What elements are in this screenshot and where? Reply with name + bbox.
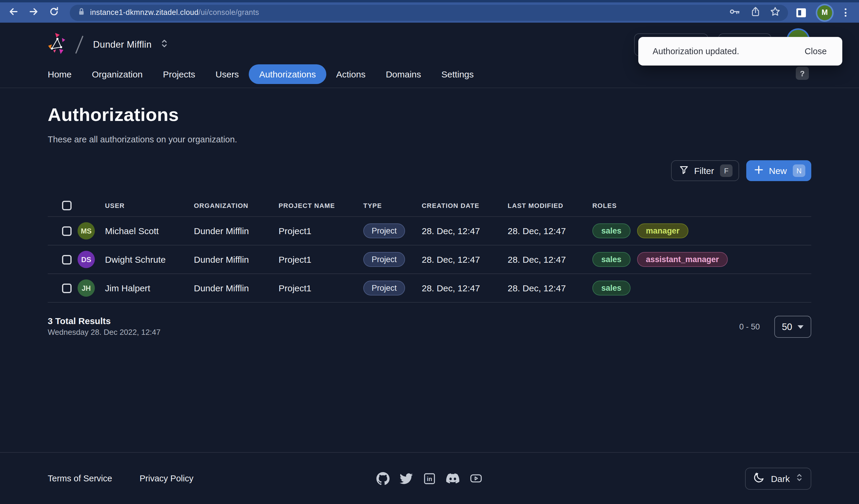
- user-name: Dwight Schrute: [105, 254, 194, 265]
- org-switcher-icon[interactable]: [151, 39, 168, 51]
- back-icon[interactable]: [8, 6, 18, 19]
- organization-name: Dunder Mifflin: [194, 226, 278, 236]
- page-range: 0 - 50: [739, 322, 760, 331]
- role-badge[interactable]: manager: [637, 223, 689, 238]
- type-badge: Project: [363, 223, 405, 238]
- tab-domains[interactable]: Domains: [376, 64, 431, 84]
- row-checkbox[interactable]: [62, 226, 72, 236]
- organization-name: Dunder Mifflin: [194, 283, 278, 293]
- project-name: Project1: [278, 283, 363, 293]
- user-name: Jim Halpert: [105, 283, 194, 293]
- column-organization: ORGANIZATION: [194, 202, 278, 209]
- row-checkbox[interactable]: [62, 283, 72, 293]
- browser-menu-icon[interactable]: [843, 7, 848, 18]
- key-icon[interactable]: [729, 7, 741, 18]
- toast-message: Authorization updated.: [652, 46, 739, 56]
- privacy-policy-link[interactable]: Privacy Policy: [140, 474, 194, 483]
- table-row[interactable]: DS Dwight Schrute Dunder Mifflin Project…: [48, 246, 811, 274]
- role-badge[interactable]: assistant_manager: [637, 252, 728, 267]
- role-badge[interactable]: sales: [592, 252, 631, 267]
- breadcrumb-separator: [75, 36, 84, 54]
- organization-name: Dunder Mifflin: [194, 254, 278, 265]
- pagination: 0 - 50 50: [739, 316, 811, 338]
- console-app: M Authorization updated. Close: [0, 22, 859, 504]
- total-results: 3 Total Results: [48, 316, 161, 326]
- browser-profile-avatar[interactable]: M: [817, 5, 832, 20]
- role-badge[interactable]: sales: [592, 281, 631, 296]
- screen: instance1-dkmnzw.zitadel.cloud/ui/consol…: [0, 0, 859, 504]
- table-row[interactable]: MS Michael Scott Dunder Mifflin Project1…: [48, 217, 811, 246]
- youtube-icon[interactable]: [469, 472, 483, 485]
- type-badge: Project: [363, 281, 405, 296]
- avatar: JH: [78, 279, 95, 297]
- address-bar[interactable]: instance1-dkmnzw.zitadel.cloud/ui/consol…: [70, 4, 788, 20]
- avatar: MS: [78, 222, 95, 239]
- new-label: New: [769, 166, 787, 176]
- tab-organization[interactable]: Organization: [82, 64, 153, 84]
- share-icon[interactable]: [751, 6, 760, 19]
- last-modified: 28. Dec, 12:47: [508, 226, 592, 236]
- plus-icon: [755, 166, 763, 176]
- theme-switcher-icon: [796, 473, 803, 484]
- creation-date: 28. Dec, 12:47: [422, 226, 508, 236]
- last-modified: 28. Dec, 12:47: [508, 254, 592, 265]
- new-shortcut-badge: N: [793, 164, 805, 177]
- page-title: Authorizations: [48, 104, 811, 126]
- main-nav: Home Organization Projects Users Authori…: [37, 64, 811, 84]
- main-content: Authorizations These are all authorizati…: [0, 88, 859, 338]
- table-row[interactable]: JH Jim Halpert Dunder Mifflin Project1 P…: [48, 274, 811, 303]
- page-description: These are all authorizations on your org…: [48, 135, 811, 144]
- tab-projects[interactable]: Projects: [153, 64, 205, 84]
- theme-label: Dark: [771, 473, 790, 484]
- org-name[interactable]: Dunder Mifflin: [93, 39, 151, 50]
- linkedin-icon[interactable]: in: [423, 472, 436, 485]
- filter-label: Filter: [694, 166, 714, 176]
- column-roles: ROLES: [592, 202, 811, 209]
- url-text: instance1-dkmnzw.zitadel.cloud/ui/consol…: [90, 8, 259, 17]
- creation-date: 28. Dec, 12:47: [422, 283, 508, 293]
- tab-actions[interactable]: Actions: [326, 64, 376, 84]
- svg-text:in: in: [427, 475, 432, 482]
- page-size-select[interactable]: 50: [774, 316, 812, 338]
- bookmark-star-icon[interactable]: [770, 6, 780, 19]
- theme-selector[interactable]: Dark: [745, 467, 811, 489]
- tab-authorizations[interactable]: Authorizations: [249, 64, 326, 84]
- column-last-modified: LAST MODIFIED: [508, 202, 592, 209]
- column-type: TYPE: [363, 202, 422, 209]
- zitadel-logo-icon[interactable]: [48, 32, 68, 57]
- column-user: USER: [105, 202, 194, 209]
- tab-home[interactable]: Home: [37, 64, 82, 84]
- type-badge: Project: [363, 252, 405, 267]
- side-panel-icon[interactable]: [796, 8, 806, 17]
- tab-users[interactable]: Users: [206, 64, 249, 84]
- new-button[interactable]: New N: [746, 160, 811, 181]
- github-icon[interactable]: [376, 472, 390, 485]
- select-all-checkbox[interactable]: [62, 201, 72, 210]
- creation-date: 28. Dec, 12:47: [422, 254, 508, 265]
- column-project-name: PROJECT NAME: [278, 202, 363, 209]
- browser-chrome: instance1-dkmnzw.zitadel.cloud/ui/consol…: [0, 0, 859, 22]
- tab-settings[interactable]: Settings: [431, 64, 484, 84]
- lock-icon: [78, 7, 85, 18]
- authorizations-table: USER ORGANIZATION PROJECT NAME TYPE CREA…: [48, 194, 811, 303]
- project-name: Project1: [278, 226, 363, 236]
- forward-icon[interactable]: [29, 6, 39, 19]
- filter-button[interactable]: Filter F: [671, 160, 739, 181]
- avatar: DS: [78, 251, 95, 268]
- refresh-icon[interactable]: [49, 6, 59, 19]
- filter-shortcut-badge: F: [720, 164, 733, 177]
- table-header-row: USER ORGANIZATION PROJECT NAME TYPE CREA…: [48, 194, 811, 217]
- project-name: Project1: [278, 254, 363, 265]
- discord-icon[interactable]: [446, 472, 459, 485]
- terms-of-service-link[interactable]: Terms of Service: [48, 474, 112, 483]
- toast-close-button[interactable]: Close: [805, 46, 827, 56]
- toast-notification: Authorization updated. Close: [638, 37, 842, 65]
- twitter-icon[interactable]: [400, 472, 413, 485]
- last-modified: 28. Dec, 12:47: [508, 283, 592, 293]
- moon-icon: [754, 472, 765, 485]
- page-footer: Terms of Service Privacy Policy in: [0, 452, 859, 504]
- row-checkbox[interactable]: [62, 255, 72, 264]
- role-badge[interactable]: sales: [592, 223, 631, 238]
- help-button[interactable]: ?: [796, 67, 809, 80]
- user-name: Michael Scott: [105, 226, 194, 236]
